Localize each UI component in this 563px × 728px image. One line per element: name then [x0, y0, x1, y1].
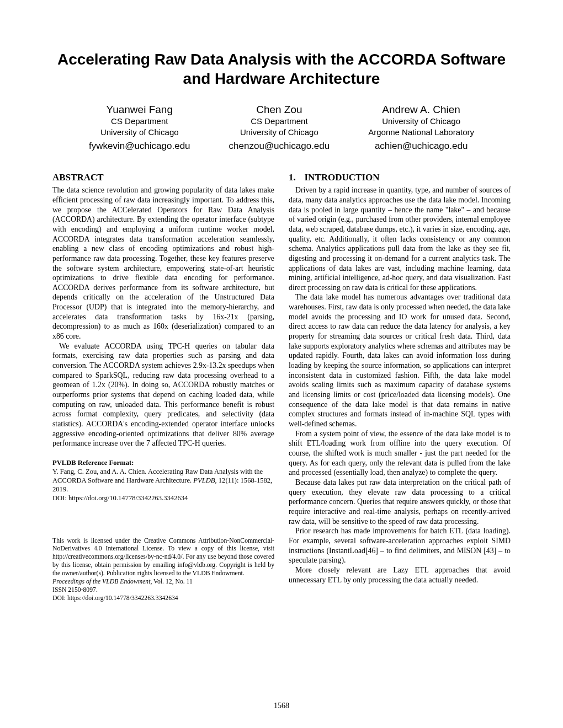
author-affiliation: University of Chicago — [368, 116, 474, 127]
author-email: fywkevin@uchicago.edu — [89, 141, 190, 152]
right-column: 1. INTRODUCTION Driven by a rapid increa… — [289, 172, 511, 603]
author-email: chenzou@uchicago.edu — [229, 141, 330, 152]
ref-format-body: Y. Fang, C. Zou, and A. A. Chien. Accele… — [52, 467, 274, 494]
license-block: This work is licensed under the Creative… — [52, 537, 274, 603]
author-affiliation: Argonne National Laboratory — [368, 127, 474, 138]
license-issn: ISSN 2150-8097. — [52, 586, 274, 595]
author-name: Yuanwei Fang — [89, 104, 190, 116]
abstract-heading: ABSTRACT — [52, 172, 274, 184]
license-proceedings: Proceedings of the VLDB Endowment, Vol. … — [52, 578, 274, 586]
section-title: INTRODUCTION — [305, 172, 380, 183]
abstract-para: We evaluate ACCORDA using TPC-H queries … — [52, 341, 274, 448]
introduction-heading: 1. INTRODUCTION — [289, 172, 511, 184]
intro-para: Prior research has made improvements for… — [289, 526, 511, 565]
proceedings-title: Proceedings of the VLDB Endowment, — [52, 578, 152, 585]
pvldb-reference-format: PVLDB Reference Format: Y. Fang, C. Zou,… — [52, 458, 274, 503]
author-email: achien@uchicago.edu — [368, 141, 474, 152]
ref-doi: DOI: https://doi.org/10.14778/3342263.33… — [52, 494, 274, 502]
page-number: 1568 — [0, 702, 563, 710]
author-affiliation: CS Department — [89, 116, 190, 127]
license-text: This work is licensed under the Creative… — [52, 537, 274, 579]
two-column-body: ABSTRACT The data science revolution and… — [52, 172, 511, 603]
authors-block: Yuanwei Fang CS Department University of… — [52, 104, 511, 152]
intro-para: The data lake model has numerous advanta… — [289, 292, 511, 429]
ref-journal: PVLDB — [193, 477, 215, 484]
author-2: Chen Zou CS Department University of Chi… — [229, 104, 330, 152]
author-name: Chen Zou — [229, 104, 330, 116]
author-affiliation: CS Department — [229, 116, 330, 127]
intro-para: More closely relevant are Lazy ETL appro… — [289, 565, 511, 585]
section-number: 1. — [289, 172, 300, 184]
ref-format-header: PVLDB Reference Format: — [52, 458, 274, 467]
intro-para: From a system point of view, the essence… — [289, 429, 511, 478]
author-affiliation: University of Chicago — [229, 127, 330, 138]
license-doi: DOI: https://doi.org/10.14778/3342263.33… — [52, 595, 274, 603]
abstract-para: The data science revolution and growing … — [52, 185, 274, 341]
author-affiliation: University of Chicago — [89, 127, 190, 138]
paper-page: Accelerating Raw Data Analysis with the … — [0, 0, 563, 728]
intro-para: Because data lakes put raw data interpre… — [289, 478, 511, 526]
left-column: ABSTRACT The data science revolution and… — [52, 172, 274, 603]
author-1: Yuanwei Fang CS Department University of… — [89, 104, 190, 152]
intro-para: Driven by a rapid increase in quantity, … — [289, 185, 511, 292]
author-3: Andrew A. Chien University of Chicago Ar… — [368, 104, 474, 152]
proceedings-vol: Vol. 12, No. 11 — [152, 578, 193, 585]
paper-title: Accelerating Raw Data Analysis with the … — [52, 50, 511, 88]
author-name: Andrew A. Chien — [368, 104, 474, 116]
